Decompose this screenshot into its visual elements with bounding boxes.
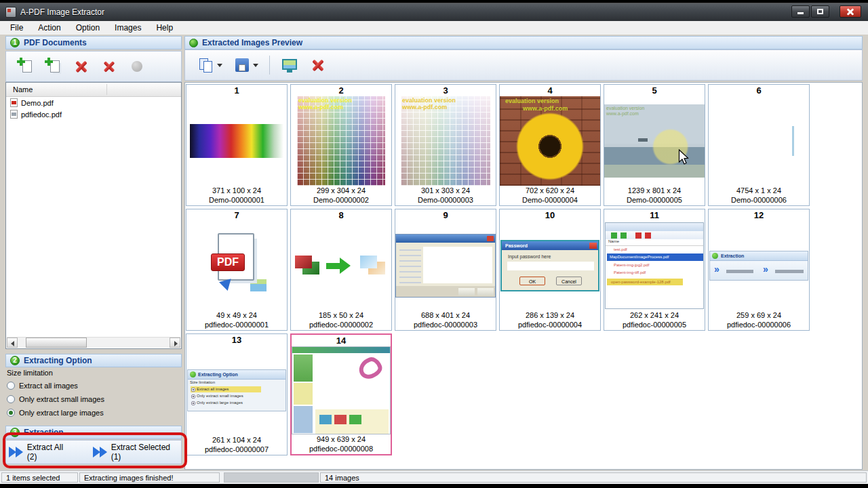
status-message: Extracting images finished! <box>79 472 220 483</box>
thumbnail-dimensions: 371 x 100 x 24 <box>212 186 261 195</box>
thumbnail-overlay-text: MapDocumentImageProcess.pdf <box>610 255 669 260</box>
dropdown-arrow-icon[interactable] <box>217 64 222 67</box>
thumbnail-image: Nametest.pdfMapDocumentImageProcess.pdfP… <box>605 222 704 309</box>
thumbnail-cell[interactable]: 9688 x 401 x 24pdfiedoc-00000003 <box>395 209 496 331</box>
radio-button[interactable] <box>7 409 15 417</box>
delete-image-icon[interactable] <box>309 56 327 74</box>
pdf-document-list[interactable]: Name Demo.pdfpdfiedoc.pdf <box>5 82 182 349</box>
thumbnail-image <box>294 252 389 279</box>
thumbnail-cell[interactable]: 5evaluation versionwww.a-pdf.com1239 x 8… <box>604 84 705 206</box>
scroll-left-button[interactable] <box>7 338 18 348</box>
thumbnail-cell[interactable]: 4evaluation versionwww.a-pdf.com702 x 62… <box>499 84 601 206</box>
thumbnail-cell[interactable]: 11Nametest.pdfMapDocumentImageProcess.pd… <box>604 209 705 331</box>
thumbnail-name: Demo-00000002 <box>313 195 369 205</box>
thumbnail-overlay-text: Size limitation <box>190 380 215 385</box>
thumbnail-number: 3 <box>443 85 448 96</box>
menu-item-help[interactable]: Help <box>149 22 180 34</box>
menu-item-action[interactable]: Action <box>31 22 68 34</box>
thumbnail-cell[interactable]: 8185 x 50 x 24pdfiedoc-00000002 <box>290 209 392 331</box>
radio-label: Extract all images <box>19 382 78 390</box>
thumbnail-dimensions: 259 x 69 x 24 <box>736 310 781 320</box>
scroll-right-button[interactable] <box>170 338 180 348</box>
thumbnail-cell[interactable]: 64754 x 1 x 24Demo-00000006 <box>708 84 810 206</box>
list-column-header[interactable]: Name <box>6 83 181 97</box>
extract-button[interactable]: Extract All (2) <box>6 441 75 464</box>
copy-image-icon-group[interactable] <box>197 56 222 74</box>
thumbnail-name: Demo-00000001 <box>209 195 264 205</box>
preview-image-icon-group[interactable] <box>281 56 298 74</box>
thumbnail-overlay-text: open-password-example-128.pdf <box>611 280 671 285</box>
menu-item-option[interactable]: Option <box>68 22 107 34</box>
pdf-list-item[interactable]: Demo.pdf <box>6 97 181 108</box>
thumbnail-name: pdfiedoc-00000004 <box>518 320 582 330</box>
dropdown-arrow-icon[interactable] <box>253 64 258 67</box>
thumbnail-overlay-text: www.a-pdf.com <box>298 104 343 111</box>
thumbnail-overlay-text: PDF <box>211 253 245 271</box>
thumbnail-cell[interactable]: 1371 x 100 x 24Demo-00000001 <box>186 84 288 206</box>
pdf-file-name: pdfiedoc.pdf <box>21 110 62 119</box>
add-pdf-batch-icon[interactable] <box>45 58 62 75</box>
thumbnail-cell[interactable]: 12Extraction»»259 x 69 x 24pdfiedoc-0000… <box>708 209 810 331</box>
thumbnail-image: PDF <box>201 230 272 301</box>
radio-button[interactable] <box>7 395 15 403</box>
step-1-icon: 1 <box>10 38 20 47</box>
size-option-row[interactable]: Only extract small images <box>7 392 180 406</box>
thumbnail-number: 6 <box>756 85 761 96</box>
thumbnail-image: PasswordInput password hereOKCancel <box>500 240 599 291</box>
remove-pdf-icon[interactable] <box>73 58 90 75</box>
mouse-cursor <box>678 149 690 165</box>
thumbnail-dimensions: 299 x 304 x 24 <box>317 186 366 195</box>
thumbnail-cell[interactable]: 14949 x 639 x 24pdfiedoc-00000008 <box>290 333 392 455</box>
titlebar[interactable]: A-PDF Image Extractor <box>0 3 868 22</box>
thumbnail-cell[interactable]: 13Extracting OptionSize limitationExtrac… <box>186 333 288 455</box>
thumbnail-image <box>711 111 806 171</box>
preview-toolbar <box>184 49 863 81</box>
menu-item-file[interactable]: File <box>3 22 31 34</box>
thumbnail-number: 10 <box>545 209 555 221</box>
close-button[interactable] <box>840 5 861 18</box>
save-image-icon-group[interactable] <box>233 56 258 74</box>
window-title: A-PDF Image Extractor <box>20 7 104 17</box>
thumbnail-name: Demo-00000003 <box>418 195 473 205</box>
copy-image-icon[interactable] <box>197 56 215 74</box>
thumbnail-cell[interactable]: 7PDF49 x 49 x 24pdfiedoc-00000001 <box>186 209 288 331</box>
size-option-row[interactable]: Extract all images <box>7 379 180 392</box>
thumbnail-cell[interactable]: 10PasswordInput password hereOKCancel286… <box>499 209 601 331</box>
thumbnail-overlay-text: Patent-img-tiff.pdf <box>614 270 646 275</box>
maximize-button[interactable] <box>811 5 829 18</box>
pdf-list-item[interactable]: pdfiedoc.pdf <box>6 108 181 120</box>
toolbar-separator <box>269 56 270 75</box>
menu-item-images[interactable]: Images <box>107 22 149 34</box>
fast-forward-icon <box>9 447 23 458</box>
scrollbar-thumb[interactable] <box>26 338 87 348</box>
thumbnail-overlay-text: evaluation version <box>606 106 644 111</box>
minimize-button[interactable] <box>791 5 810 18</box>
thumbnail-number: 5 <box>652 85 656 96</box>
horizontal-scrollbar[interactable] <box>7 337 180 348</box>
thumbnail-overlay-text: Only extract large images <box>197 401 243 405</box>
size-option-row[interactable]: Only extract large images <box>7 406 180 420</box>
thumbnail-dimensions: 185 x 50 x 24 <box>319 310 363 320</box>
extract-button-label: Extract Selected (1) <box>111 443 178 462</box>
thumbnail-name: pdfiedoc-00000002 <box>309 320 373 330</box>
extract-button-label: Extract All (2) <box>27 443 73 462</box>
preview-image-icon[interactable] <box>281 56 298 74</box>
thumbnail-overlay-text: Extract all images <box>197 387 229 392</box>
thumbnail-cell[interactable]: 2evaluation versionwww.a-pdf.com299 x 30… <box>290 84 392 206</box>
thumbnail-number: 9 <box>443 209 448 221</box>
thumbnail-dimensions: 49 x 49 x 24 <box>216 310 257 320</box>
move-disabled-icon[interactable] <box>128 58 146 75</box>
delete-image-icon-group[interactable] <box>309 56 327 74</box>
remove-all-pdf-icon[interactable] <box>101 58 118 75</box>
thumbnail-cell[interactable]: 3evaluation versionwww.a-pdf.com301 x 30… <box>395 84 496 206</box>
client-area: 1 PDF Documents Name Demo.pdfpdfiedoc.pd… <box>0 35 868 471</box>
add-pdf-icon[interactable] <box>17 58 35 75</box>
thumbnail-overlay-text: www.a-pdf.com <box>606 111 639 117</box>
save-image-icon[interactable] <box>233 56 251 74</box>
thumbnail-overlay-text: » <box>763 264 768 274</box>
extract-button[interactable]: Extract Selected (1) <box>90 441 181 464</box>
thumbnail-dimensions: 688 x 401 x 24 <box>421 310 470 320</box>
thumbnail-dimensions: 4754 x 1 x 24 <box>736 186 781 195</box>
radio-button[interactable] <box>7 382 15 390</box>
thumbnail-overlay-text: Extracting Option <box>198 372 238 378</box>
